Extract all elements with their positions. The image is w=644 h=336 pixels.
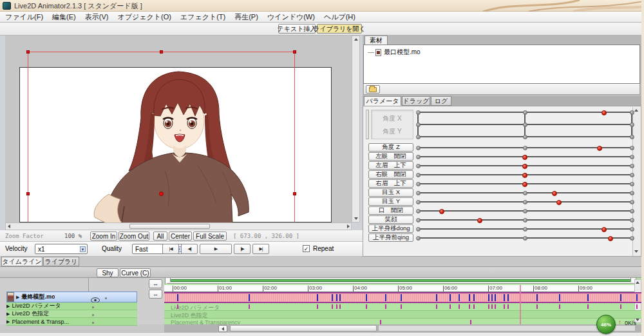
slider-value-dot[interactable] (477, 218, 482, 223)
track-row-1[interactable]: ▶Live2D パラメータ (6, 302, 137, 310)
open-folder-button[interactable] (366, 85, 380, 94)
keyframe-tick[interactable] (177, 304, 178, 309)
keyframe-tick[interactable] (385, 294, 386, 301)
param-button-10[interactable]: 上半身前qing (368, 233, 413, 242)
track-row-2[interactable]: ▶Live2D 色指定 (6, 310, 137, 318)
keyframe-tick[interactable] (436, 294, 437, 301)
param-button-6[interactable]: 目玉 Y (368, 197, 413, 206)
keyframe-tick[interactable] (317, 304, 318, 309)
expand-horizontal-button[interactable]: ↔ (149, 290, 162, 299)
skip-to-start-button[interactable]: |◀ (162, 244, 179, 254)
play-button[interactable]: ▶ (200, 244, 232, 254)
expand-horizontal-button[interactable]: ↔ (149, 279, 162, 288)
zoom-in-button[interactable]: Zoom In (90, 232, 117, 241)
stage-canvas[interactable] (5, 35, 352, 222)
keyframe-tick[interactable] (495, 294, 496, 301)
expander-icon[interactable]: ▶ (6, 304, 10, 309)
keyframe-tick[interactable] (401, 294, 402, 301)
keyframe-tick[interactable] (436, 304, 437, 309)
keyframe-tick[interactable] (488, 294, 489, 301)
param-button-2[interactable]: 左眉 上下 (368, 161, 413, 170)
text-insert-button[interactable]: テキスト挿入 (278, 24, 316, 34)
keyframe-tick[interactable] (587, 304, 589, 309)
keyframe-tick[interactable] (332, 304, 333, 309)
full-scale-button[interactable]: Full Scale (193, 232, 227, 241)
selection-center-point[interactable] (159, 192, 164, 196)
zoom-out-button[interactable]: Zoom Out (118, 232, 149, 241)
keyframe-tick[interactable] (470, 320, 471, 324)
track-option-dot[interactable] (92, 306, 94, 308)
keyframe-tick[interactable] (332, 294, 333, 301)
keyframe-tick[interactable] (488, 304, 489, 309)
param-button-5[interactable]: 目玉 X (368, 188, 413, 197)
slider-value-dot[interactable] (552, 191, 557, 196)
param-button-1[interactable]: 左眼 開閉 (368, 152, 413, 161)
menu-item-4[interactable]: エフェクト(T) (180, 12, 225, 22)
shy-button[interactable]: Shy (97, 268, 118, 277)
canvas-vertical-scrollbar[interactable] (352, 35, 360, 222)
selection-handle-top-right[interactable] (293, 50, 296, 54)
selection-handle-top-center[interactable] (160, 50, 163, 54)
keyframe-tick[interactable] (339, 304, 341, 309)
menu-item-3[interactable]: オブジェクト(O) (117, 12, 171, 22)
xy-group-handle[interactable] (366, 110, 369, 139)
param-button-8[interactable]: 笑顔 (368, 215, 413, 224)
network-percent-badge[interactable]: 46% (596, 315, 616, 334)
selection-left-edge[interactable] (28, 52, 28, 222)
keyframe-tick[interactable] (504, 294, 505, 301)
velocity-select[interactable]: x1▼ (35, 244, 88, 254)
keyframe-tick[interactable] (491, 304, 493, 309)
selection-handle-mid-left[interactable] (26, 192, 30, 195)
selection-handle-top-left[interactable] (26, 50, 30, 54)
keyframe-tick[interactable] (366, 294, 367, 301)
stage-white-area[interactable] (19, 67, 332, 222)
track-row-0[interactable]: ▶最终模型.mo (6, 292, 137, 302)
keyframe-tick[interactable] (336, 304, 337, 309)
repeat-checkbox[interactable]: ✓ (303, 245, 310, 252)
keyframe-tick[interactable] (620, 294, 621, 301)
param-button-0[interactable]: 角度 Z (368, 143, 413, 152)
step-back-button[interactable]: ◀| (181, 244, 198, 254)
keyframe-tick[interactable] (177, 294, 178, 301)
step-forward-button[interactable]: |▶ (234, 244, 251, 254)
slider-value-dot[interactable] (439, 209, 444, 214)
keyframe-tick[interactable] (559, 304, 560, 309)
track-row-3[interactable]: ▶Placement & Transp... (6, 318, 137, 326)
expander-icon[interactable]: ▶ (6, 319, 10, 324)
canvas-horizontal-scrollbar[interactable] (5, 222, 352, 230)
timeline-ruler[interactable]: 00:0001:0002:0003:0004:0005:0006:0007:00… (164, 285, 641, 292)
keyframe-area[interactable]: 7 seconds 21 frames 00:0001:0002:0003:00… (164, 278, 641, 324)
slider-value-dot[interactable] (522, 155, 527, 160)
tab-timeline[interactable]: タイムライン (1, 257, 43, 266)
tab-log[interactable]: ログ (431, 96, 451, 106)
selection-handle-mid-right[interactable] (293, 192, 296, 195)
menu-item-0[interactable]: ファイル(F) (5, 12, 43, 22)
parameter-scrollbar[interactable] (632, 107, 640, 256)
tree-item-model[interactable]: 最口模型.mo (368, 48, 421, 57)
track-option-dot[interactable] (92, 322, 94, 324)
expander-icon[interactable]: ▶ (16, 295, 19, 300)
keyframe-tick[interactable] (249, 294, 250, 301)
slider-value-dot[interactable] (597, 146, 602, 151)
keyframe-row-2[interactable]: Live2D 色指定 (164, 311, 641, 319)
keyframe-tick[interactable] (636, 294, 638, 301)
network-monitor-widget[interactable]: 46% ↑ 0K/s (596, 315, 641, 335)
skip-to-end-button[interactable]: ▶| (252, 244, 269, 254)
fit-all-button[interactable]: All (153, 232, 167, 241)
keyframe-tick[interactable] (450, 304, 451, 309)
keyframe-tick[interactable] (450, 294, 451, 301)
keyframe-tick[interactable] (507, 304, 509, 309)
param-button-7[interactable]: 口 開閉 (368, 206, 413, 215)
keyframe-tick[interactable] (620, 304, 621, 309)
keyframe-tick[interactable] (559, 294, 560, 301)
slider-value-dot[interactable] (556, 200, 562, 205)
slider-value-dot[interactable] (522, 182, 527, 187)
range-handle-left[interactable] (165, 278, 171, 284)
keyframe-tick[interactable] (469, 294, 470, 301)
keyframe-tick[interactable] (507, 294, 509, 301)
keyframe-tick[interactable] (536, 294, 538, 301)
curve-button[interactable]: Curve (C) (120, 268, 151, 277)
track-option-dot[interactable] (92, 314, 94, 316)
tab-drag[interactable]: ドラッグ (402, 96, 430, 106)
keyframe-tick[interactable] (339, 294, 341, 301)
